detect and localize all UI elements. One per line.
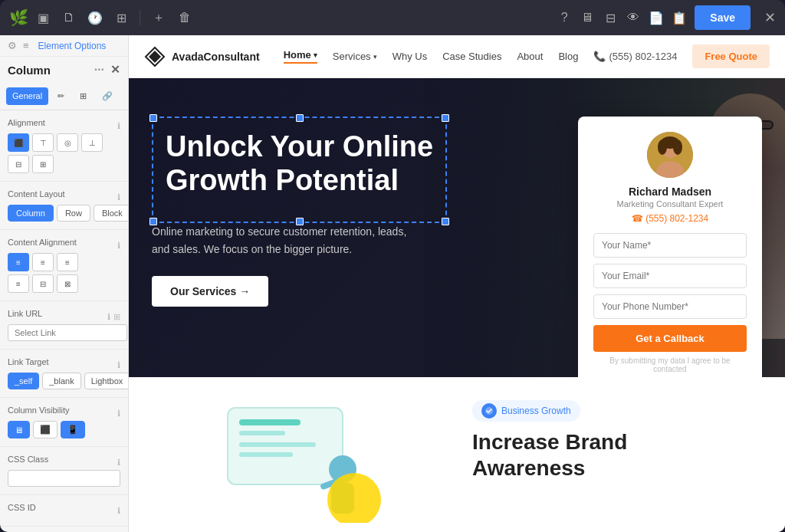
nav-link-case-studies[interactable]: Case Studies xyxy=(442,51,501,62)
alignment-label: Alignment xyxy=(8,118,45,127)
vis-desktop-tab[interactable]: 🖥 xyxy=(8,421,30,438)
contact-card: Richard Madsen Marketing Consultant Expe… xyxy=(578,117,762,377)
history-icon[interactable]: 🕐 xyxy=(87,11,103,25)
help-icon[interactable]: ? xyxy=(557,11,572,25)
close-button[interactable]: ✕ xyxy=(764,9,776,26)
settings-list-icon[interactable]: ≡ xyxy=(23,40,29,51)
contact-submit-button[interactable]: Get a Callback xyxy=(593,325,747,352)
handle-top-right[interactable] xyxy=(442,114,449,122)
nav-phone: 📞 (555) 802-1234 xyxy=(593,51,677,62)
css-id-section: CSS ID ℹ xyxy=(0,495,128,527)
save-draft-icon[interactable]: 📄 xyxy=(649,11,664,25)
link-url-expand-icon[interactable]: ⊞ xyxy=(113,312,120,322)
layout-block-tab[interactable]: Block xyxy=(94,205,129,222)
contact-email-input[interactable] xyxy=(593,264,747,288)
layout-row-tab[interactable]: Row xyxy=(57,205,90,222)
link-url-section: Link URL ℹ ⊞ 🔗 xyxy=(0,301,128,350)
content-align-justify[interactable]: ≡ xyxy=(8,274,29,293)
contact-avatar-svg xyxy=(647,132,693,178)
content-align-stretch[interactable]: ⊟ xyxy=(32,274,54,293)
contact-name: Richard Madsen xyxy=(593,186,747,198)
link-url-input[interactable] xyxy=(8,324,127,341)
css-class-section: CSS Class ℹ xyxy=(0,447,128,495)
align-top-left[interactable]: ⬛ xyxy=(8,133,29,152)
svg-rect-13 xyxy=(239,431,285,435)
avada-logo-icon[interactable]: 🌿 xyxy=(9,8,25,27)
target-self-tab[interactable]: _self xyxy=(8,373,39,389)
layout-column-tab[interactable]: Column xyxy=(8,205,54,222)
preview-logo: AvadaConsultant xyxy=(144,46,260,67)
save-button[interactable]: Save xyxy=(695,5,751,30)
contact-disclaimer: By submitting my data I agree to be cont… xyxy=(593,356,747,373)
vis-tablet-tab[interactable]: ⬛ xyxy=(33,421,57,438)
handle-top-center[interactable] xyxy=(296,114,304,122)
contact-person-title: Marketing Consultant Expert xyxy=(593,199,747,209)
hero-content: Unlock Your Online Growth Potential Onli… xyxy=(129,78,604,330)
link-target-info-icon[interactable]: ℹ xyxy=(117,360,120,370)
content-layout-info-icon[interactable]: ℹ xyxy=(117,192,120,202)
nav-link-about[interactable]: About xyxy=(517,51,543,62)
contact-name-input[interactable] xyxy=(593,233,747,258)
tab-design[interactable]: ✏ xyxy=(51,87,71,105)
vis-mobile-tab[interactable]: 📱 xyxy=(61,421,85,438)
link-url-info-icon[interactable]: ℹ xyxy=(107,312,110,322)
toolbar-separator xyxy=(140,10,140,25)
panel-title-row: Column ··· ✕ xyxy=(0,57,128,83)
content-alignment-label: Content Alignment xyxy=(8,238,77,247)
sidebar-toggle-icon[interactable]: ▣ xyxy=(35,11,51,25)
nav-link-home[interactable]: Home ▾ xyxy=(284,49,317,64)
panel-more-icon[interactable]: ··· xyxy=(94,63,104,77)
below-hero: Business Growth Increase Brand Awareness xyxy=(129,377,785,532)
toolbar-left: 🌿 ▣ 🗋 🕐 ⊞ ＋ 🗑 xyxy=(9,8,192,27)
preview-icon[interactable]: 👁 xyxy=(626,11,641,25)
content-align-left[interactable]: ≡ xyxy=(8,253,29,271)
alignment-info-icon[interactable]: ℹ xyxy=(117,121,120,131)
align-top-center[interactable]: ⊤ xyxy=(32,133,54,152)
css-class-info-icon[interactable]: ℹ xyxy=(117,458,120,468)
alignment-section: Alignment ℹ ⬛ ⊤ ◎ ⊥ ⊟ ⊞ xyxy=(0,110,128,182)
layout-icon[interactable]: ⊟ xyxy=(603,11,618,25)
align-bottom-left[interactable]: ⊟ xyxy=(8,155,29,173)
preview-nav: AvadaConsultant Home ▾ Services ▾ Why Us… xyxy=(129,35,785,78)
contact-phone-input[interactable] xyxy=(593,294,747,319)
tab-extras[interactable]: ⊞ xyxy=(74,87,93,105)
handle-bottom-left[interactable] xyxy=(149,218,157,225)
panel-breadcrumb-row: ⚙ ≡ Element Options xyxy=(0,35,128,57)
nav-link-why-us[interactable]: Why Us xyxy=(392,51,428,62)
save-template-icon[interactable]: 📋 xyxy=(672,11,687,25)
tab-general[interactable]: General xyxy=(6,87,48,105)
element-options-link[interactable]: Element Options xyxy=(38,41,107,51)
business-growth-badge: Business Growth xyxy=(472,400,580,422)
handle-bottom-right[interactable] xyxy=(442,218,449,225)
pages-icon[interactable]: 🗋 xyxy=(61,11,77,25)
column-visibility-info-icon[interactable]: ℹ xyxy=(117,409,120,419)
below-illustration xyxy=(152,400,442,523)
delete-icon[interactable]: 🗑 xyxy=(177,11,192,25)
css-id-info-icon[interactable]: ℹ xyxy=(117,506,120,516)
nav-link-services[interactable]: Services ▾ xyxy=(333,51,377,62)
canvas-area: AvadaConsultant Home ▾ Services ▾ Why Us… xyxy=(129,35,785,532)
content-align-center[interactable]: ≡ xyxy=(32,253,54,271)
nav-cta-button[interactable]: Free Quote xyxy=(692,44,770,68)
css-class-input[interactable] xyxy=(8,470,120,487)
align-middle[interactable]: ⊥ xyxy=(81,133,103,152)
handle-bottom-center[interactable] xyxy=(296,218,304,225)
align-bottom-center[interactable]: ⊞ xyxy=(32,155,54,173)
target-lightbox-tab[interactable]: Lightbox xyxy=(84,373,129,389)
align-top-right[interactable]: ◎ xyxy=(57,133,78,152)
panel-close-icon[interactable]: ✕ xyxy=(110,63,120,77)
target-blank-tab[interactable]: _blank xyxy=(42,373,80,389)
desktop-icon[interactable]: 🖥 xyxy=(580,11,595,25)
content-align-right[interactable]: ≡ xyxy=(57,253,78,271)
content-alignment-info-icon[interactable]: ℹ xyxy=(117,241,120,251)
tab-animations[interactable]: 🔗 xyxy=(96,87,119,105)
content-align-space[interactable]: ⊠ xyxy=(57,274,78,293)
hero-cta-button[interactable]: Our Services → xyxy=(152,276,268,307)
handle-top-left[interactable] xyxy=(149,114,157,122)
vis-desktop-icon: 🖥 xyxy=(15,425,23,435)
elements-icon[interactable]: ⊞ xyxy=(113,11,129,25)
add-icon[interactable]: ＋ xyxy=(151,10,166,26)
settings-gear-icon[interactable]: ⚙ xyxy=(8,40,17,51)
svg-point-9 xyxy=(658,140,667,155)
nav-link-blog[interactable]: Blog xyxy=(558,51,578,62)
